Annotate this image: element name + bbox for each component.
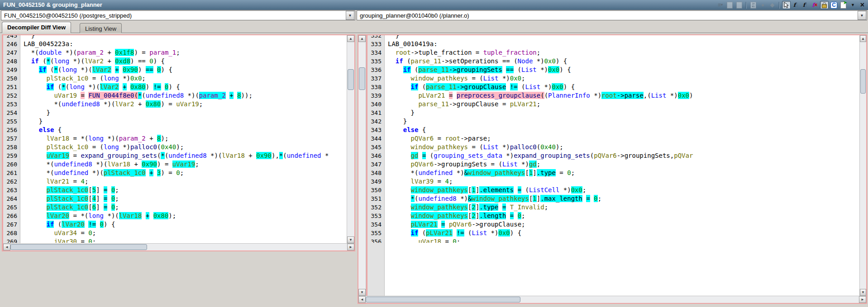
apply-left-icon[interactable] bbox=[725, 1, 734, 9]
toolbar-separator bbox=[746, 2, 747, 9]
code-line[interactable]: 265 plStack_1c0[6] = 0; bbox=[3, 203, 347, 212]
scroll-thumb[interactable] bbox=[359, 67, 365, 90]
code-line[interactable]: 248 if (*(long *)(lVar2 + 0xd8) == 0) { bbox=[3, 57, 347, 66]
scroll-up-icon[interactable]: ▲ bbox=[347, 35, 354, 42]
code-line[interactable]: 338 if (parse_11->groupClause != (List *… bbox=[367, 83, 859, 91]
chevron-down-icon[interactable]: ▼ bbox=[858, 11, 866, 20]
next-function-icon[interactable]: f↓ bbox=[792, 1, 800, 9]
close-icon[interactable]: × bbox=[858, 1, 867, 9]
code-line[interactable]: 268 uVar34 = 0; bbox=[3, 229, 347, 237]
code-line[interactable]: 345 window_pathkeys = (List *)palloc0(0x… bbox=[367, 143, 859, 151]
code-line[interactable]: 349 lVar39 = 4; bbox=[367, 177, 859, 186]
scroll-right-icon[interactable]: ► bbox=[347, 244, 354, 250]
code-line[interactable]: 337 window_pathkeys = (List *)0x0; bbox=[367, 74, 859, 83]
vertical-scrollbar-right-panel-left[interactable]: ▲ ▼ bbox=[358, 35, 366, 296]
horizontal-scrollbar-left-panel[interactable]: ◄ ► bbox=[3, 243, 354, 250]
code-line[interactable]: 353 window_pathkeys[2].length = 0; bbox=[367, 212, 859, 220]
scroll-track[interactable] bbox=[358, 42, 366, 289]
prev-function-icon[interactable]: f↑ bbox=[801, 1, 810, 9]
tab-decompiler-diff-view[interactable]: Decompiler Diff View bbox=[2, 22, 71, 33]
tab-listing-view[interactable]: Listing View bbox=[80, 23, 122, 33]
code-line[interactable]: 336 if (parse_11->groupingSets == (List … bbox=[367, 66, 859, 74]
vertical-scrollbar-left-panel[interactable]: ▲ ▼ bbox=[347, 35, 354, 243]
code-line[interactable]: 352 window_pathkeys[2].type = T_Invalid; bbox=[367, 203, 859, 212]
code-line[interactable]: 343 else { bbox=[367, 126, 859, 134]
scroll-thumb[interactable] bbox=[366, 297, 520, 302]
code-line[interactable]: 351 *(undefined8 *)&window_pathkeys[1].m… bbox=[367, 194, 859, 203]
code-line[interactable]: 266 lVar20 = *(long *)(lVar18 + 0x80); bbox=[3, 212, 347, 220]
code-line[interactable]: 346 gd = (grouping_sets_data *)expand_gr… bbox=[367, 151, 859, 160]
scroll-thumb[interactable] bbox=[348, 69, 354, 90]
code-line[interactable]: 341 } bbox=[367, 109, 859, 117]
code-line[interactable]: 340 parse_11->groupClause = pLVar21; bbox=[367, 100, 859, 109]
code-line[interactable]: 246LAB_0045223a: bbox=[3, 40, 347, 48]
binary-compare-icon[interactable]: 10 01 bbox=[749, 1, 758, 9]
apply-right-icon[interactable] bbox=[735, 1, 744, 9]
code-line[interactable]: 257 lVar18 = *(long *)(param_2 + 8); bbox=[3, 134, 347, 143]
diamond-icon[interactable]: ◆ bbox=[768, 1, 777, 9]
scroll-down-icon[interactable]: ▼ bbox=[358, 289, 366, 296]
left-function-selector[interactable]: FUN_00452150@00452150 (/postgres_strippe… bbox=[1, 10, 355, 20]
toolbar-caret-icon[interactable]: ▼ bbox=[849, 1, 857, 9]
bullet-icon[interactable]: ● bbox=[758, 1, 767, 9]
code-line[interactable]: 269 iVar30 = 0; bbox=[3, 237, 347, 243]
scroll-down-icon[interactable]: ▼ bbox=[860, 289, 866, 296]
scroll-left-icon[interactable]: ◄ bbox=[3, 244, 10, 250]
code-line[interactable]: 354 pLVar21 = pQVar6->groupClause; bbox=[367, 220, 859, 229]
code-line[interactable]: 342 } bbox=[367, 117, 859, 126]
code-line[interactable]: 254 } bbox=[3, 109, 347, 117]
code-line[interactable]: 355 if (pLVar21 != (List *)0x0) { bbox=[367, 229, 859, 237]
scroll-down-icon[interactable]: ▼ bbox=[347, 236, 354, 243]
code-line[interactable]: 262 lVar21 = 4; bbox=[3, 177, 347, 186]
view-options-menu-icon[interactable]: ≡▾ bbox=[716, 1, 725, 9]
code-line[interactable]: 251 if (*(long *)(lVar2 + 0x80) != 0) { bbox=[3, 83, 347, 91]
code-line[interactable]: 334 root->tuple_fraction = tuple_fractio… bbox=[367, 48, 859, 57]
code-line[interactable]: 348 *(undefined *)&window_pathkeys[1].ty… bbox=[367, 169, 859, 177]
code-line[interactable]: 347 pQVar6->groupingSets = (List *)gd; bbox=[367, 160, 859, 169]
remove-function-icon[interactable]: f× bbox=[811, 1, 819, 9]
code-line[interactable]: 249 if (*(long *)(lVar2 + 0x90) == 0) { bbox=[3, 66, 347, 74]
code-line[interactable]: 339 pLVar21 = preprocess_groupclause((Pl… bbox=[367, 91, 859, 100]
left-function-selector-value: FUN_00452150@00452150 (/postgres_strippe… bbox=[1, 12, 346, 19]
scroll-track[interactable] bbox=[347, 42, 354, 236]
code-area-right[interactable]: 332 }333LAB_0010419a:334 root->tuple_fra… bbox=[367, 35, 859, 296]
code-line[interactable]: 350 window_pathkeys[1].elements = (ListC… bbox=[367, 186, 859, 194]
code-line[interactable]: 264 plStack_1c0[4] = 0; bbox=[3, 194, 347, 203]
scroll-track[interactable] bbox=[860, 42, 866, 289]
code-line[interactable]: 253 *(undefined8 *)(lVar2 + 0x80) = uVar… bbox=[3, 100, 347, 109]
lock-icon[interactable] bbox=[820, 1, 829, 9]
code-line[interactable]: 255 } bbox=[3, 117, 347, 126]
code-line[interactable]: 344 pQVar6 = root->parse; bbox=[367, 134, 859, 143]
scroll-right-icon[interactable]: ► bbox=[859, 296, 866, 303]
code-line[interactable]: 333LAB_0010419a: bbox=[367, 40, 859, 48]
code-line[interactable]: 252 uVar19 = FUN_0044f8e0(*(undefined8 *… bbox=[3, 91, 347, 100]
vertical-scrollbar-right-panel[interactable]: ▲ ▼ bbox=[859, 35, 866, 296]
scroll-up-icon[interactable]: ▲ bbox=[358, 35, 366, 42]
code-line[interactable]: 261 *(undefined *)(plStack_1c0 + 3) = 0; bbox=[3, 169, 347, 177]
code-line[interactable]: 245 } bbox=[3, 35, 347, 40]
scroll-thumb[interactable] bbox=[10, 244, 147, 250]
scroll-up-icon[interactable]: ▲ bbox=[860, 35, 866, 42]
scroll-track[interactable] bbox=[366, 296, 859, 303]
code-line[interactable]: 250 plStack_1c0 = (long *)0x0; bbox=[3, 74, 347, 83]
code-line[interactable]: 267 if (lVar20 != 0) { bbox=[3, 220, 347, 229]
code-area-left[interactable]: 245 }246LAB_0045223a:247 *(double *)(par… bbox=[3, 35, 347, 243]
code-line[interactable]: 260 *(undefined8 *)(lVar18 + 0x90) = uVa… bbox=[3, 160, 347, 169]
scroll-left-icon[interactable]: ◄ bbox=[358, 296, 366, 303]
scroll-thumb[interactable] bbox=[860, 69, 866, 94]
code-line[interactable]: 335 if (parse_11->setOperations == (Node… bbox=[367, 57, 859, 66]
chevron-down-icon[interactable]: ▼ bbox=[346, 11, 354, 20]
code-line[interactable]: 332 } bbox=[367, 35, 859, 40]
code-line[interactable]: 263 plStack_1c0[5] = 0; bbox=[3, 186, 347, 194]
code-line[interactable]: 256 else { bbox=[3, 126, 347, 134]
code-line[interactable]: 258 plStack_1c0 = (long *)palloc0(0x40); bbox=[3, 143, 347, 151]
horizontal-scrollbar-right-panel[interactable]: ◄ ► bbox=[358, 296, 866, 303]
code-line[interactable]: 356 uVar18 = 0; bbox=[367, 237, 859, 243]
cursor-tool-icon[interactable] bbox=[782, 1, 791, 9]
right-function-selector[interactable]: grouping_planner@001040b0 (/planner.o) ▼ bbox=[357, 10, 867, 20]
snapshot-icon[interactable]: ➤ bbox=[839, 1, 848, 9]
c-source-icon[interactable]: C bbox=[830, 1, 838, 9]
code-line[interactable]: 259 uVar19 = expand_grouping_sets(*(unde… bbox=[3, 151, 347, 160]
scroll-track[interactable] bbox=[10, 244, 347, 250]
code-line[interactable]: 247 *(double *)(param_2 + 0x1f8) = param… bbox=[3, 48, 347, 57]
